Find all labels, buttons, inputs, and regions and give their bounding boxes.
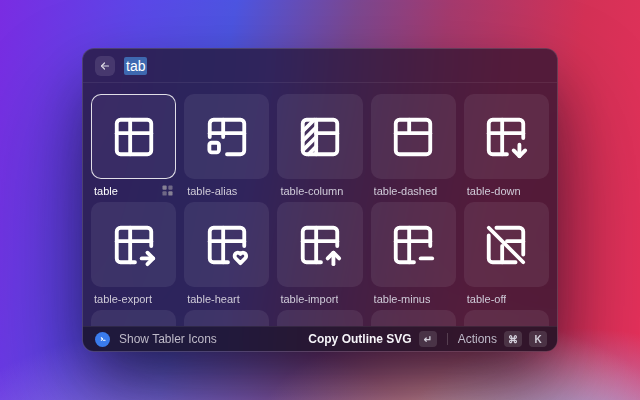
- icon-tile[interactable]: [277, 202, 362, 287]
- icon-grid-cell-partial: [91, 310, 176, 326]
- results-area: table table-alias table-column table-das…: [83, 83, 557, 326]
- icon-label: table-import: [280, 293, 338, 305]
- back-arrow-icon: [99, 60, 111, 72]
- primary-action-label[interactable]: Copy Outline SVG: [308, 332, 411, 346]
- icon-label: table-column: [280, 185, 343, 197]
- icon-grid-cell: table-off: [464, 202, 549, 310]
- app-label: Show Tabler Icons: [119, 332, 217, 346]
- icon-label-row: table-alias: [184, 179, 269, 202]
- icon-tile[interactable]: [184, 310, 269, 326]
- icon-tile[interactable]: [464, 94, 549, 179]
- icon-label: table: [94, 185, 118, 197]
- footer-divider: [447, 333, 448, 345]
- icon-grid-cell-partial: [184, 310, 269, 326]
- table-heart-icon: [204, 222, 250, 268]
- icon-label-row: table: [91, 179, 176, 202]
- icon-tile[interactable]: [277, 310, 362, 326]
- actions-menu-label[interactable]: Actions: [458, 332, 497, 346]
- back-button[interactable]: [95, 56, 115, 76]
- search-input[interactable]: tab: [124, 57, 147, 75]
- table-column-icon: [297, 114, 343, 160]
- icon-label-row: table-down: [464, 179, 549, 202]
- icon-tile[interactable]: [91, 202, 176, 287]
- icon-tile[interactable]: [184, 94, 269, 179]
- icon-grid-cell: table-dashed: [371, 94, 456, 202]
- icon-grid-cell: table-export: [91, 202, 176, 310]
- table-export-icon: [111, 222, 157, 268]
- icon-label-row: table-off: [464, 287, 549, 310]
- icon-tile[interactable]: [464, 310, 549, 326]
- table-down-icon: [483, 114, 529, 160]
- icon-tile[interactable]: [184, 202, 269, 287]
- k-key-badge: K: [529, 331, 547, 347]
- icon-label-row: table-import: [277, 287, 362, 310]
- icon-grid: table table-alias table-column table-das…: [91, 94, 549, 326]
- icon-search-window: tab table table-alias table-column table…: [82, 48, 558, 352]
- icon-label: table-off: [467, 293, 507, 305]
- icon-grid-cell: table: [91, 94, 176, 202]
- search-input-selected-text: tab: [124, 57, 147, 75]
- icon-label-row: table-export: [91, 287, 176, 310]
- table-alias-icon: [204, 114, 250, 160]
- icon-label: table-heart: [187, 293, 240, 305]
- icon-grid-cell: table-minus: [371, 202, 456, 310]
- icon-label: table-alias: [187, 185, 237, 197]
- icon-label-row: table-dashed: [371, 179, 456, 202]
- table-dashed-icon: [390, 114, 436, 160]
- enter-key-badge: ↵: [419, 331, 437, 347]
- icon-tile[interactable]: [91, 310, 176, 326]
- icon-label: table-down: [467, 185, 521, 197]
- icon-tile[interactable]: [277, 94, 362, 179]
- icon-label: table-export: [94, 293, 152, 305]
- pinned-indicator-icon: [162, 185, 173, 196]
- table-import-icon: [297, 222, 343, 268]
- search-bar: tab: [83, 49, 557, 83]
- icon-label: table-minus: [374, 293, 431, 305]
- table-off-icon: [483, 222, 529, 268]
- icon-label-row: table-column: [277, 179, 362, 202]
- icon-label-row: table-minus: [371, 287, 456, 310]
- icon-tile[interactable]: [371, 310, 456, 326]
- icon-label: table-dashed: [374, 185, 438, 197]
- icon-tile[interactable]: [371, 94, 456, 179]
- action-bar-right: Copy Outline SVG ↵ Actions ⌘ K: [308, 331, 547, 347]
- action-bar: Show Tabler Icons Copy Outline SVG ↵ Act…: [83, 326, 557, 351]
- icon-tile[interactable]: [464, 202, 549, 287]
- icon-grid-cell: table-alias: [184, 94, 269, 202]
- icon-label-row: table-heart: [184, 287, 269, 310]
- icon-tile[interactable]: [91, 94, 176, 179]
- table-minus-icon: [390, 222, 436, 268]
- icon-grid-cell: table-heart: [184, 202, 269, 310]
- icon-grid-cell-partial: [464, 310, 549, 326]
- icon-grid-cell: table-import: [277, 202, 362, 310]
- icon-grid-cell-partial: [371, 310, 456, 326]
- icon-tile[interactable]: [371, 202, 456, 287]
- icon-grid-cell: table-down: [464, 94, 549, 202]
- action-bar-left: Show Tabler Icons: [95, 332, 308, 347]
- table-icon: [111, 114, 157, 160]
- tabler-extension-icon: [95, 332, 110, 347]
- cmd-key-badge: ⌘: [504, 331, 522, 347]
- icon-grid-cell: table-column: [277, 94, 362, 202]
- icon-grid-cell-partial: [277, 310, 362, 326]
